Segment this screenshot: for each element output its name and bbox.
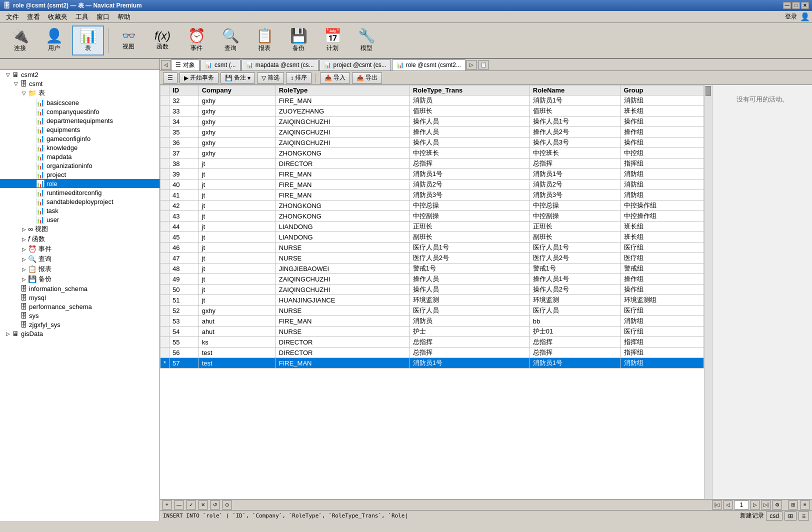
- tool-user[interactable]: 👤 用户: [38, 26, 70, 56]
- table-row[interactable]: 42jtZHONGKONG中控总操中控总操中控操作组: [160, 200, 704, 211]
- page-input[interactable]: [734, 500, 749, 510]
- filter-btn[interactable]: ▽ 筛选: [257, 72, 284, 84]
- table-row[interactable]: *57testFIRE_MAN消防员1号消防员1号消防组: [160, 358, 704, 368]
- sidebar-item-functions-folder[interactable]: ▷ f 函数: [0, 234, 160, 244]
- tool-schedule[interactable]: 📅 计划: [316, 26, 348, 56]
- table-row[interactable]: 46jtNURSE医疗人员1号医疗人员1号医疗组: [160, 242, 704, 253]
- sidebar-item-zjgxfyl-sys[interactable]: 🗄 zjgxfyl_sys: [0, 320, 160, 329]
- col-company[interactable]: Company: [198, 86, 276, 96]
- col-rolename[interactable]: RoleName: [530, 86, 620, 96]
- menu-window[interactable]: 窗口: [92, 12, 114, 22]
- tool-model[interactable]: 🔧 模型: [350, 26, 382, 56]
- sidebar-item-project[interactable]: 📊 project: [0, 170, 160, 179]
- table-row[interactable]: 51jtHUANJINGJIANCE环境监测环境监测环境监测组: [160, 295, 704, 306]
- tab-mapdata[interactable]: 📊 mapdata @csmt (cs...: [242, 60, 318, 70]
- menu-view[interactable]: 查看: [23, 12, 44, 22]
- tool-table[interactable]: 📊 表: [72, 26, 104, 56]
- sort-btn[interactable]: ↕ 排序: [286, 72, 312, 84]
- login-button[interactable]: 登录: [785, 12, 797, 21]
- col-group[interactable]: Group: [620, 86, 704, 96]
- sidebar-item-sandtabledeployproject[interactable]: 📊 sandtabledeployproject: [0, 197, 160, 206]
- delete-row-btn[interactable]: —: [174, 500, 184, 510]
- cancel-edit-btn[interactable]: ✕: [198, 500, 208, 510]
- tab-next-btn[interactable]: ▷: [466, 60, 476, 70]
- sidebar-item-runtimeeditorconfig[interactable]: 📊 runtimeeditorconfig: [0, 188, 160, 197]
- menu-toggle-btn[interactable]: ☰: [163, 72, 178, 84]
- col-roletype[interactable]: RoleType: [276, 86, 410, 96]
- grid-view-btn[interactable]: ⊞: [788, 500, 798, 510]
- sidebar-item-task[interactable]: 📊 task: [0, 206, 160, 215]
- tool-query[interactable]: 🔍 查询: [214, 26, 246, 56]
- sidebar-item-queries-folder[interactable]: ▷ 🔍 查询: [0, 254, 160, 264]
- menu-file[interactable]: 文件: [2, 12, 23, 22]
- sidebar-item-gisdata[interactable]: ▷ 🖥 gisData: [0, 329, 160, 338]
- table-row[interactable]: 53ahutFIRE_MAN消防员bb消防组: [160, 316, 704, 326]
- sidebar-item-user[interactable]: 📊 user: [0, 215, 160, 224]
- sidebar-item-csmt2[interactable]: ▽ 🖥 csmt2: [0, 70, 160, 79]
- tool-backup[interactable]: 💾 备份: [282, 26, 314, 56]
- table-scroll[interactable]: ID Company RoleType RoleType_Trans RoleN…: [160, 85, 704, 499]
- table-row[interactable]: 32gxhyFIRE_MAN消防员消防员1号消防组: [160, 96, 704, 106]
- close-button[interactable]: ✕: [801, 2, 809, 9]
- sidebar-item-organizationinfo[interactable]: 📊 organizationinfo: [0, 161, 160, 170]
- table-row[interactable]: 43jtZHONGKONG中控副操中控副操中控操作组: [160, 211, 704, 222]
- sidebar-item-backup-folder[interactable]: ▷ 💾 备份: [0, 274, 160, 284]
- csd-btn[interactable]: csd: [766, 512, 782, 520]
- table-row[interactable]: 35gxhyZAIQINGCHUZHI操作人员操作人员2号操作组: [160, 127, 704, 138]
- table-row[interactable]: 36gxhyZAIQINGCHUZHI操作人员操作人员3号操作组: [160, 138, 704, 148]
- table-row[interactable]: 55ksDIRECTOR总指挥总指挥指挥组: [160, 337, 704, 348]
- sidebar-item-reports-folder[interactable]: ▷ 📋 报表: [0, 264, 160, 274]
- sidebar-item-sys[interactable]: 🗄 sys: [0, 311, 160, 320]
- form-view-btn[interactable]: ≡: [800, 500, 810, 510]
- scrollbar-thumb[interactable]: [706, 86, 711, 96]
- sidebar-item-gameconfiginfo[interactable]: 📊 gameconfiginfo: [0, 134, 160, 143]
- maximize-button[interactable]: □: [792, 2, 800, 9]
- table-row[interactable]: 49jtZAIQINGCHUZHI操作人员操作人员1号操作组: [160, 274, 704, 284]
- sidebar-item-tables-folder[interactable]: ▽ 📁 表: [0, 88, 160, 98]
- prev-page-btn[interactable]: ◁: [723, 500, 733, 510]
- table-row[interactable]: 33gxhyZUOYEZHANG值班长值班长班长组: [160, 106, 704, 116]
- tool-event[interactable]: ⏰ 事件: [180, 26, 212, 56]
- import-btn[interactable]: 📥 导入: [320, 72, 350, 84]
- table-row[interactable]: 45jtLIANDONG副班长副班长班长组: [160, 232, 704, 242]
- table-row[interactable]: 40jtFIRE_MAN消防员2号消防员2号消防组: [160, 180, 704, 190]
- begin-tx-btn[interactable]: ▶ 开始事务: [180, 72, 218, 84]
- view-btn1[interactable]: ⊞: [784, 512, 796, 520]
- sidebar-item-equipments[interactable]: 📊 equipments: [0, 125, 160, 134]
- tab-action-btn[interactable]: 📋: [478, 60, 488, 70]
- table-row[interactable]: 34gxhyZAIQINGCHUZHI操作人员操作人员1号操作组: [160, 116, 704, 127]
- table-row[interactable]: 38jtDIRECTOR总指挥总指挥指挥组: [160, 158, 704, 169]
- refresh-btn[interactable]: ↺: [210, 500, 220, 510]
- table-row[interactable]: 44jtLIANDONG正班长正班长班长组: [160, 222, 704, 232]
- tool-connect[interactable]: 🔌 连接: [4, 26, 36, 56]
- table-row[interactable]: 52gxhyNURSE医疗人员医疗人员医疗组: [160, 306, 704, 316]
- table-row[interactable]: 56testDIRECTOR总指挥总指挥指挥组: [160, 348, 704, 358]
- table-row[interactable]: 54ahutNURSE护士护士01医疗组: [160, 326, 704, 337]
- tab-project[interactable]: 📊 project @csmt (cs...: [320, 60, 391, 70]
- table-row[interactable]: 41jtFIRE_MAN消防员3号消防员3号消防组: [160, 190, 704, 200]
- first-page-btn[interactable]: |◁: [712, 500, 722, 510]
- sidebar-item-role[interactable]: 📊 role: [0, 179, 160, 188]
- sidebar-item-mysql[interactable]: 🗄 mysql: [0, 293, 160, 302]
- sidebar-item-companyquestinfo[interactable]: 📊 companyquestinfo: [0, 107, 160, 116]
- table-row[interactable]: 48jtJINGJIEBAOWEI警戒1号警戒1号警戒组: [160, 264, 704, 274]
- vertical-scrollbar[interactable]: [704, 85, 712, 499]
- view-btn2[interactable]: ≡: [798, 512, 809, 520]
- sidebar-item-performance-schema[interactable]: 🗄 performance_schema: [0, 302, 160, 311]
- menu-favorites[interactable]: 收藏夹: [44, 12, 72, 22]
- tab-role[interactable]: 📊 role @csmt (csmt2...: [392, 60, 466, 70]
- export-btn[interactable]: 📤 导出: [352, 72, 382, 84]
- sidebar-item-events-folder[interactable]: ▷ ⏰ 事件: [0, 244, 160, 254]
- sidebar-item-information-schema[interactable]: 🗄 information_schema: [0, 284, 160, 293]
- backup-btn[interactable]: 💾 备注 ▾: [220, 72, 255, 84]
- confirm-btn[interactable]: ✓: [186, 500, 196, 510]
- sidebar-item-csmt[interactable]: ▽ 🗄 csmt: [0, 79, 160, 88]
- table-row[interactable]: 47jtNURSE医疗人员2号医疗人员2号医疗组: [160, 253, 704, 264]
- col-id[interactable]: ID: [170, 86, 199, 96]
- more-btn[interactable]: ⊙: [222, 500, 232, 510]
- sidebar-item-mapdata[interactable]: 📊 mapdata: [0, 152, 160, 161]
- tab-prev-btn[interactable]: ◁: [161, 60, 171, 70]
- menu-help[interactable]: 帮助: [114, 12, 134, 22]
- sidebar-item-basicscene[interactable]: 📊 basicscene: [0, 98, 160, 107]
- next-page-btn[interactable]: ▷: [750, 500, 760, 510]
